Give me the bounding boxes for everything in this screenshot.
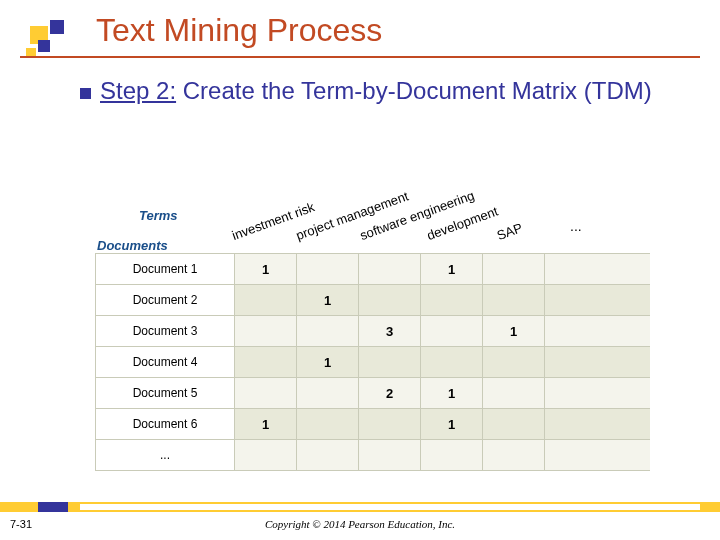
- value-cell: 1: [421, 409, 483, 440]
- value-cell: [483, 378, 545, 409]
- document-cell: Document 6: [95, 409, 235, 440]
- value-cell: [235, 440, 297, 471]
- value-cell: [483, 254, 545, 285]
- value-cell: [359, 285, 421, 316]
- value-cell: [359, 440, 421, 471]
- table-row: Document 521: [95, 378, 650, 409]
- table-row: Document 41: [95, 347, 650, 378]
- value-cell: [235, 347, 297, 378]
- term-label: SAP: [495, 220, 525, 243]
- value-cell: [235, 378, 297, 409]
- tdm-figure: Terms Documents investment risk project …: [95, 158, 650, 478]
- table-row: Document 111: [95, 254, 650, 285]
- copyright-text: Copyright © 2014 Pearson Education, Inc.: [0, 518, 720, 530]
- title-underline: [20, 56, 700, 58]
- document-cell: Document 5: [95, 378, 235, 409]
- value-cell: [297, 316, 359, 347]
- value-cell: [359, 254, 421, 285]
- document-cell: Document 4: [95, 347, 235, 378]
- value-cell: [297, 440, 359, 471]
- value-cell: 1: [235, 409, 297, 440]
- row-trail: [545, 285, 650, 316]
- tdm-grid: Document 111Document 21Document 331Docum…: [95, 253, 650, 471]
- value-cell: [483, 347, 545, 378]
- value-cell: 1: [421, 254, 483, 285]
- value-cell: [235, 316, 297, 347]
- value-cell: [483, 409, 545, 440]
- value-cell: [421, 440, 483, 471]
- value-cell: [297, 409, 359, 440]
- documents-header: Documents: [97, 238, 168, 253]
- value-cell: [359, 409, 421, 440]
- slide-subtitle: Step 2: Create the Term-by-Document Matr…: [100, 76, 680, 106]
- value-cell: 2: [359, 378, 421, 409]
- row-trail: [545, 378, 650, 409]
- row-trail: [545, 316, 650, 347]
- bullet-icon: [80, 88, 91, 99]
- row-trail: [545, 409, 650, 440]
- row-trail: [545, 440, 650, 471]
- terms-header: Terms: [139, 208, 178, 223]
- document-cell: Document 1: [95, 254, 235, 285]
- value-cell: 1: [421, 378, 483, 409]
- table-row: Document 331: [95, 316, 650, 347]
- subtitle-step: Step 2:: [100, 77, 176, 104]
- document-cell: Document 3: [95, 316, 235, 347]
- value-cell: [297, 254, 359, 285]
- value-cell: [359, 347, 421, 378]
- term-ellipsis: ...: [570, 218, 582, 234]
- value-cell: [483, 440, 545, 471]
- value-cell: 1: [297, 347, 359, 378]
- footer-bar: [0, 502, 720, 512]
- value-cell: [483, 285, 545, 316]
- document-cell: Document 2: [95, 285, 235, 316]
- value-cell: 1: [297, 285, 359, 316]
- value-cell: 1: [235, 254, 297, 285]
- term-labels: investment risk project management softw…: [235, 158, 655, 253]
- value-cell: [421, 316, 483, 347]
- table-row: Document 611: [95, 409, 650, 440]
- slide-title: Text Mining Process: [96, 12, 382, 49]
- value-cell: 3: [359, 316, 421, 347]
- subtitle-text: Create the Term-by-Document Matrix (TDM): [176, 77, 652, 104]
- row-trail: [545, 347, 650, 378]
- value-cell: 1: [483, 316, 545, 347]
- value-cell: [421, 285, 483, 316]
- table-row: ...: [95, 440, 650, 471]
- document-cell: ...: [95, 440, 235, 471]
- value-cell: [421, 347, 483, 378]
- row-trail: [545, 254, 650, 285]
- value-cell: [297, 378, 359, 409]
- table-row: Document 21: [95, 285, 650, 316]
- value-cell: [235, 285, 297, 316]
